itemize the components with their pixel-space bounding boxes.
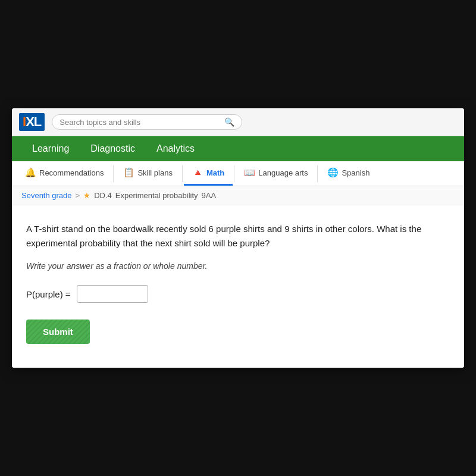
breadcrumb: Seventh grade > ★ DD.4 Experimental prob… [12,186,464,205]
subnav-divider-1 [113,165,114,182]
nav-diagnostic[interactable]: Diagnostic [80,136,146,161]
languagearts-icon: 📖 [244,167,255,178]
subnav-languagearts[interactable]: 📖 Language arts [236,161,316,186]
recommendations-icon: 🔔 [25,167,36,178]
breadcrumb-skill-name: Experimental probability [115,191,198,200]
subnav-recommendations[interactable]: 🔔 Recommendations [17,161,112,186]
search-input[interactable] [60,118,221,127]
subnav-recommendations-label: Recommendations [39,168,104,177]
subnav-divider-3 [234,165,234,182]
sub-nav: 🔔 Recommendations 📋 Skill plans 🔺 Math 📖… [12,161,464,186]
breadcrumb-star-icon: ★ [83,191,90,200]
nav-bar: Learning Diagnostic Analytics [12,136,464,161]
subnav-math[interactable]: 🔺 Math [184,161,233,186]
main-content: A T-shirt stand on the boardwalk recentl… [12,205,464,368]
subnav-divider-4 [317,165,318,182]
subnav-spanish[interactable]: 🌐 Spanish [319,161,378,186]
ixl-logo: IXL [19,113,45,131]
submit-button[interactable]: Submit [26,320,90,344]
math-icon: 🔺 [192,167,203,178]
subnav-spanish-label: Spanish [342,168,369,177]
breadcrumb-grade[interactable]: Seventh grade [21,191,72,200]
nav-learning[interactable]: Learning [21,136,80,161]
subnav-skillplans[interactable]: 📋 Skill plans [115,161,181,186]
breadcrumb-skill-code: DD.4 [94,191,112,200]
instruction-text: Write your answer as a fraction or whole… [26,261,450,271]
breadcrumb-sep: > [76,191,80,200]
browser-window: IXL 🔍 Learning Diagnostic Analytics 🔔 Re… [12,108,464,368]
spanish-icon: 🌐 [327,167,339,178]
top-bar: IXL 🔍 [12,108,464,136]
subnav-skillplans-label: Skill plans [137,168,173,177]
subnav-divider-2 [182,165,183,182]
subnav-math-label: Math [206,168,224,177]
probability-label: P(purple) = [26,289,71,299]
skillplans-icon: 📋 [123,167,134,178]
answer-input[interactable] [77,285,148,303]
search-icon: 🔍 [224,117,234,127]
search-bar[interactable]: 🔍 [52,114,242,130]
subnav-languagearts-label: Language arts [258,168,308,177]
breadcrumb-skill-id: 9AA [202,191,217,200]
nav-analytics[interactable]: Analytics [146,136,205,161]
question-text: A T-shirt stand on the boardwalk recentl… [26,222,450,250]
answer-row: P(purple) = [26,285,450,303]
